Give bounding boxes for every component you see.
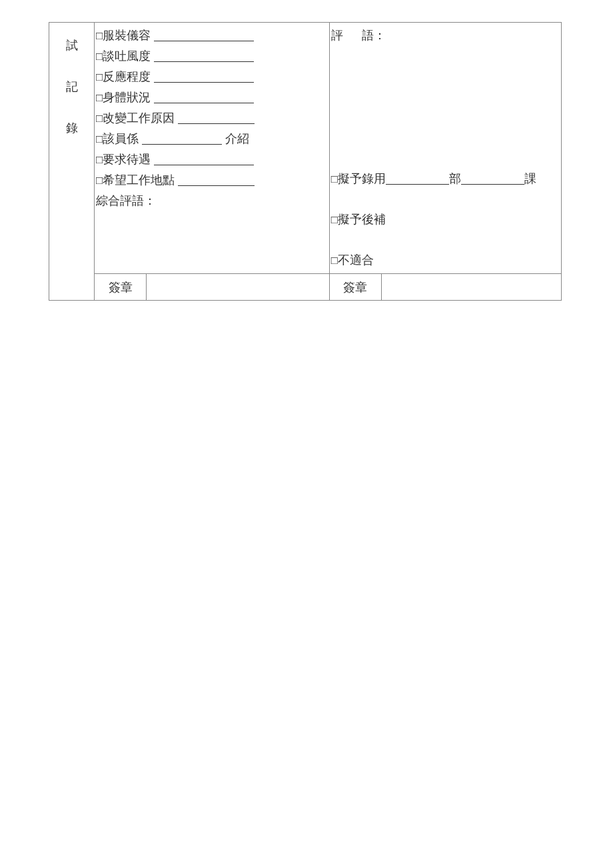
blank-line[interactable] [461,173,524,185]
signature-label-right: 簽章 [329,274,381,301]
right-comment-label: 評語： [331,25,560,45]
signature-label-left: 簽章 [95,274,147,301]
interview-record-table: 試 記 錄 □服裝儀容 □談吐風度 □反應程度 □身體狀況 [49,22,562,301]
row-label-cell: 試 記 錄 [49,23,95,301]
checkbox-icon[interactable]: □ [96,129,103,149]
blank-line[interactable] [178,174,255,186]
summary-space[interactable] [96,211,328,263]
checkbox-icon[interactable]: □ [96,47,103,67]
hire-line: □擬予錄用部課 [331,169,560,189]
blank-line[interactable] [142,133,222,145]
checkbox-icon[interactable]: □ [96,26,103,46]
item-location-label: 希望工作地點 [103,173,175,187]
blank-line[interactable] [154,153,254,165]
item-salary-label: 要求待遇 [103,153,151,166]
blank-line[interactable] [178,112,255,124]
left-content-cell: □服裝儀容 □談吐風度 □反應程度 □身體狀況 □改變工作原因 □該員係 [95,23,330,274]
blank-line[interactable] [386,173,449,185]
item-referral: □該員係 介紹 [96,129,328,149]
comment-space[interactable] [331,45,560,169]
not-suitable-label: 不適合 [338,253,374,267]
item-location: □希望工作地點 [96,170,328,191]
blank-line[interactable] [154,91,254,103]
item-health-label: 身體狀況 [103,91,151,104]
item-response: □反應程度 [96,67,328,87]
row-label-char-2: 記 [66,79,78,95]
row-label-char-1: 試 [66,37,78,53]
signature-space-left[interactable] [147,274,330,301]
row-label-char-3: 錄 [66,120,78,136]
checkbox-icon[interactable]: □ [331,169,338,189]
checkbox-icon[interactable]: □ [331,210,338,230]
blank-line[interactable] [154,71,254,83]
right-content-cell: 評語： □擬予錄用部課 □擬予後補 □不適合 [329,23,561,274]
checkbox-icon[interactable]: □ [96,171,103,191]
item-referral-suffix: 介紹 [225,132,249,145]
checkbox-icon[interactable]: □ [96,109,103,129]
hire-dept-label: 部 [449,172,461,185]
checkbox-icon[interactable]: □ [331,251,338,271]
item-salary: □要求待遇 [96,149,328,170]
comment-label-text: 語： [362,29,386,42]
item-dress-label: 服裝儀容 [103,29,151,42]
hire-prefix-label: 擬予錄用 [338,172,386,185]
item-change-reason-label: 改變工作原因 [103,111,175,125]
item-response-label: 反應程度 [103,70,151,83]
blank-line[interactable] [154,50,254,62]
signature-space-right[interactable] [381,274,561,301]
waitlist-label: 擬予後補 [338,213,386,226]
not-suitable-line: □不適合 [331,250,560,271]
item-manner: □談吐風度 [96,46,328,67]
summary-label: 綜合評語： [96,191,328,211]
hire-section-label: 課 [524,172,536,185]
checkbox-icon[interactable]: □ [96,150,103,170]
checkbox-icon[interactable]: □ [96,88,103,108]
item-dress: □服裝儀容 [96,25,328,46]
item-change-reason: □改變工作原因 [96,108,328,129]
item-referral-prefix: 該員係 [103,132,139,145]
waitlist-line: □擬予後補 [331,209,560,230]
checkbox-icon[interactable]: □ [96,67,103,87]
blank-line[interactable] [154,29,254,41]
item-manner-label: 談吐風度 [103,49,151,63]
item-health: □身體狀況 [96,87,328,108]
